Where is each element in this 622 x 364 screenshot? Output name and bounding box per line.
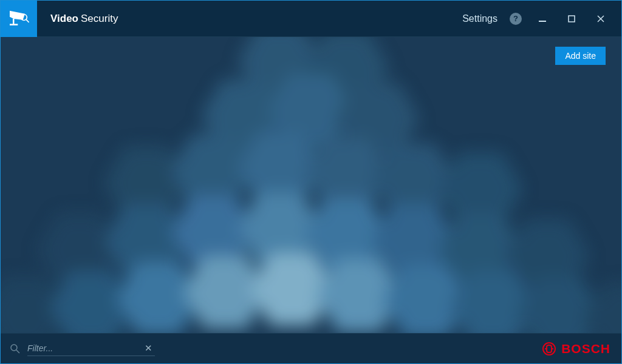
main-area: Add site	[1, 37, 621, 333]
svg-point-9	[11, 345, 17, 351]
brand-logo-icon	[542, 342, 556, 356]
filter-input[interactable]	[27, 341, 142, 356]
search-icon	[9, 343, 21, 355]
close-icon	[596, 15, 605, 23]
svg-rect-2	[10, 24, 18, 25]
brand-name: BOSCH	[561, 342, 610, 356]
add-site-button[interactable]: Add site	[555, 47, 606, 65]
svg-line-10	[16, 350, 19, 353]
minimize-button[interactable]	[534, 10, 551, 27]
app-title: Video Security	[37, 1, 118, 36]
svg-marker-0	[10, 11, 25, 20]
settings-link[interactable]: Settings	[462, 13, 497, 24]
svg-rect-12	[547, 345, 552, 352]
background-hexagons	[1, 37, 621, 333]
help-button[interactable]: ?	[510, 13, 522, 25]
app-title-regular: Security	[81, 13, 118, 25]
svg-rect-6	[569, 16, 575, 22]
filter-field: ✕	[27, 341, 155, 356]
svg-line-4	[26, 19, 29, 22]
camera-icon	[9, 10, 29, 28]
maximize-icon	[567, 15, 576, 23]
app-window: Video Security Settings ?	[0, 0, 622, 364]
minimize-icon	[538, 15, 547, 23]
clear-filter-button[interactable]: ✕	[142, 343, 155, 354]
maximize-button[interactable]	[563, 10, 580, 27]
app-logo	[1, 1, 37, 37]
title-bar: Video Security Settings ?	[1, 1, 621, 37]
app-title-bold: Video	[50, 13, 78, 25]
title-bar-right: Settings ?	[462, 1, 621, 36]
close-button[interactable]	[592, 10, 609, 27]
bottom-bar: ✕ BOSCH	[1, 333, 621, 363]
brand: BOSCH	[542, 342, 610, 356]
